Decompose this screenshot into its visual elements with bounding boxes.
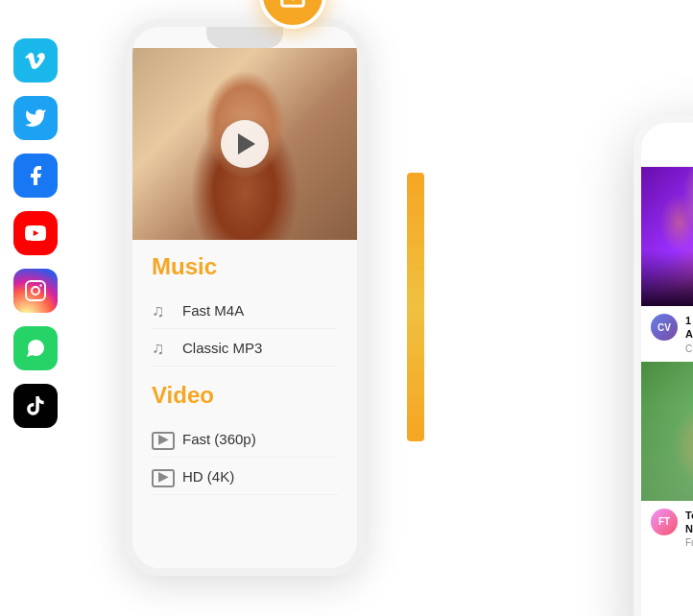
video-card-1: 1:03:29 CV 1 Hour of Pop Music For Danci… <box>641 167 693 362</box>
format-item-m4a[interactable]: Fast M4A <box>152 292 338 329</box>
whatsapp-icon[interactable] <box>13 326 58 370</box>
youtube-icon[interactable] <box>13 211 58 255</box>
format-item-360p[interactable]: Fast (360p) <box>152 420 338 458</box>
format-label-4k: HD (4K) <box>182 468 234 485</box>
music-section-title: Music <box>152 253 338 280</box>
phone-back: Music Fast M4A Classic MP3 Video Fast (3… <box>125 19 365 576</box>
svg-point-3 <box>39 284 41 286</box>
play-button[interactable] <box>221 120 269 168</box>
phone-top-bar <box>641 123 693 132</box>
video-title-2: Top 10 Best TV Shows to Watch Right Now! <box>685 509 693 536</box>
tiktok-icon[interactable] <box>13 384 58 428</box>
channel-avatar-1: CV <box>651 314 678 341</box>
video-icon-2 <box>152 467 173 485</box>
video-section-title: Video <box>152 382 338 409</box>
tabs-container: Search YTB Music <box>641 132 693 167</box>
video-info-1: CV 1 Hour of Pop Music For Dancing At Ho… <box>641 306 693 362</box>
social-icons-column <box>13 38 58 428</box>
video-meta-1: 1 Hour of Pop Music For Dancing At Home … <box>685 314 693 354</box>
channel-avatar-2: FT <box>651 509 678 535</box>
twitter-icon[interactable] <box>13 96 58 140</box>
phone-front: Search YTB Music 1:03:29 CV 1 Hour of Po… <box>633 115 693 616</box>
lights-overlay <box>641 167 693 306</box>
format-item-mp3[interactable]: Classic MP3 <box>152 329 338 367</box>
instagram-icon[interactable] <box>13 269 58 313</box>
video-channel-1: Chill Vibes • 6 months ago • 12M views <box>685 344 693 354</box>
video-info-2: FT Top 10 Best TV Shows to Watch Right N… <box>641 501 693 557</box>
format-label-m4a: Fast M4A <box>182 302 244 319</box>
back-phone-thumbnail <box>132 48 357 240</box>
video-meta-2: Top 10 Best TV Shows to Watch Right Now!… <box>685 509 693 549</box>
video-title-1: 1 Hour of Pop Music For Dancing At Home … <box>685 314 693 342</box>
music-note-icon <box>152 301 173 319</box>
format-item-4k[interactable]: HD (4K) <box>152 458 338 495</box>
back-phone-content: Music Fast M4A Classic MP3 Video Fast (3… <box>132 240 357 509</box>
video-icon-1 <box>152 430 173 447</box>
phone-notch <box>206 27 283 48</box>
video-thumbnail-1: 1:03:29 <box>641 167 693 306</box>
video-channel-2: Funny TV • 2 days ago • 6.8M views <box>685 537 693 548</box>
video-card-2: FT Top 10 Best TV Shows to Watch Right N… <box>641 362 693 557</box>
download-fab-icon <box>278 0 307 10</box>
format-label-mp3: Classic MP3 <box>182 340 262 356</box>
svg-rect-1 <box>26 281 45 300</box>
music-note-icon-2 <box>152 339 173 356</box>
gold-decoration <box>407 173 424 441</box>
scene: Music Fast M4A Classic MP3 Video Fast (3… <box>0 0 693 616</box>
facebook-icon[interactable] <box>13 154 58 198</box>
svg-point-2 <box>32 287 39 295</box>
video-thumbnail-2 <box>641 362 693 501</box>
format-label-360p: Fast (360p) <box>182 431 256 447</box>
vimeo-icon[interactable] <box>13 38 58 83</box>
scene-overlay <box>641 362 693 501</box>
